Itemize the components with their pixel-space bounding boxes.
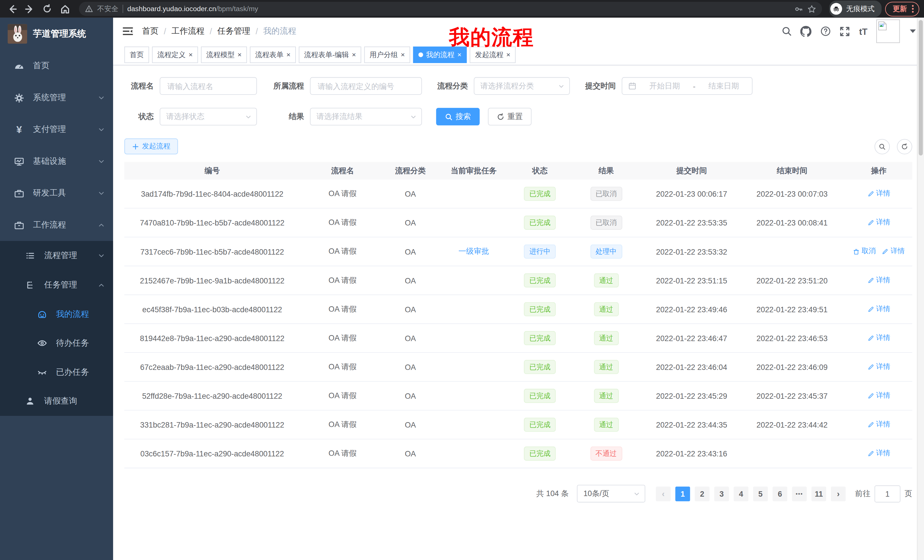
scrollbar[interactable] bbox=[917, 18, 924, 560]
breadcrumb-workflow[interactable]: 工作流程 bbox=[171, 26, 204, 36]
sidebar-item-my-process[interactable]: 我的流程 bbox=[0, 300, 113, 328]
reload-icon[interactable] bbox=[40, 2, 54, 16]
detail-link[interactable]: 详情 bbox=[867, 304, 890, 314]
caret-down-icon[interactable] bbox=[910, 29, 916, 33]
goto-page-input[interactable] bbox=[874, 485, 901, 502]
sidebar-item-task-mgmt[interactable]: 任务管理 bbox=[0, 270, 113, 300]
close-icon[interactable]: × bbox=[238, 51, 242, 58]
detail-link[interactable]: 详情 bbox=[867, 362, 890, 372]
date-range-picker[interactable]: 开始日期 - 结束日期 bbox=[622, 77, 752, 95]
tab-process-form[interactable]: 流程表单× bbox=[250, 46, 296, 63]
more-vertical-icon[interactable] bbox=[912, 4, 914, 13]
status-badge: 已完成 bbox=[524, 360, 556, 374]
breadcrumb-task-mgmt[interactable]: 任务管理 bbox=[217, 26, 250, 36]
close-icon[interactable]: × bbox=[401, 51, 405, 58]
key-icon[interactable] bbox=[794, 4, 803, 13]
browser-update-button[interactable]: 更新 bbox=[885, 1, 920, 16]
close-icon[interactable]: × bbox=[506, 51, 510, 58]
process-definition-input[interactable] bbox=[316, 81, 416, 91]
sidebar-item-done-tasks[interactable]: 已办任务 bbox=[0, 358, 113, 386]
cancel-link[interactable]: 取消 bbox=[853, 246, 876, 256]
result-badge: 不通过 bbox=[590, 446, 622, 461]
tab-process-model[interactable]: 流程模型× bbox=[201, 46, 247, 63]
process-name-input[interactable] bbox=[166, 81, 250, 91]
search-button[interactable]: 搜索 bbox=[436, 108, 480, 126]
avatar[interactable] bbox=[876, 19, 900, 43]
next-page-button[interactable]: › bbox=[831, 487, 846, 501]
tab-process-definition[interactable]: 流程定义× bbox=[152, 46, 198, 63]
detail-link[interactable]: 详情 bbox=[867, 217, 890, 228]
create-process-button[interactable]: 发起流程 bbox=[124, 138, 178, 154]
app-logo[interactable]: 芋道管理系统 bbox=[0, 18, 113, 50]
fullscreen-icon[interactable] bbox=[840, 26, 850, 36]
sidebar-item-infra[interactable]: 基础设施 bbox=[0, 145, 113, 177]
app-title: 芋道管理系统 bbox=[33, 28, 86, 39]
scrollbar-thumb[interactable] bbox=[919, 20, 922, 156]
page-button-3[interactable]: 3 bbox=[714, 487, 729, 501]
page-button-11[interactable]: 11 bbox=[812, 487, 826, 501]
tab-home[interactable]: 首页 bbox=[124, 46, 149, 63]
back-icon[interactable] bbox=[5, 2, 19, 16]
close-icon[interactable]: × bbox=[458, 51, 461, 58]
status-select[interactable]: 请选择状态 bbox=[160, 108, 257, 126]
sidebar-item-todo-tasks[interactable]: 待办任务 bbox=[0, 329, 113, 358]
tab-start-process[interactable]: 发起流程× bbox=[470, 46, 516, 63]
page-size-select[interactable]: 10条/页 bbox=[577, 485, 645, 503]
detail-link[interactable]: 详情 bbox=[867, 275, 890, 285]
close-icon[interactable]: × bbox=[352, 51, 356, 58]
sidebar-item-devtools[interactable]: 研发工具 bbox=[0, 177, 113, 209]
logo-image bbox=[8, 24, 27, 44]
reset-button[interactable]: 重置 bbox=[488, 108, 532, 126]
result-badge: 通过 bbox=[594, 418, 618, 432]
security-label: 不安全 bbox=[98, 4, 118, 14]
search-icon[interactable] bbox=[781, 26, 792, 36]
forward-icon[interactable] bbox=[22, 2, 36, 16]
detail-link[interactable]: 详情 bbox=[867, 391, 890, 401]
sidebar-item-leave-query[interactable]: 请假查询 bbox=[0, 386, 113, 416]
page-button-1[interactable]: 1 bbox=[675, 487, 690, 501]
status-badge: 进行中 bbox=[524, 244, 556, 259]
help-icon[interactable] bbox=[820, 26, 831, 36]
eye-icon bbox=[37, 338, 47, 348]
process-name-input-wrap bbox=[160, 77, 257, 95]
page-button-4[interactable]: 4 bbox=[734, 487, 748, 501]
sidebar-item-system[interactable]: 系统管理 bbox=[0, 82, 113, 114]
prev-page-button[interactable]: ‹ bbox=[656, 487, 671, 501]
close-icon[interactable]: × bbox=[286, 51, 290, 58]
page-button-5[interactable]: 5 bbox=[753, 487, 768, 501]
refresh-table-button[interactable] bbox=[897, 139, 912, 154]
sidebar-item-workflow[interactable]: 工作流程 bbox=[0, 209, 113, 241]
page-more-button[interactable]: ••• bbox=[792, 487, 807, 501]
sidebar-item-process-mgmt[interactable]: 流程管理 bbox=[0, 241, 113, 270]
detail-link[interactable]: 详情 bbox=[867, 419, 890, 430]
page-button-6[interactable]: 6 bbox=[772, 487, 788, 501]
detail-link[interactable]: 详情 bbox=[867, 448, 890, 458]
status-badge: 已完成 bbox=[524, 273, 556, 288]
close-icon[interactable]: × bbox=[189, 51, 192, 58]
hamburger-fold-icon[interactable] bbox=[122, 25, 134, 37]
toggle-search-button[interactable] bbox=[874, 139, 890, 154]
detail-link[interactable]: 详情 bbox=[867, 333, 890, 343]
table-row: 3ad174fb-7b9d-11ec-8404-acde48001122 OA … bbox=[124, 180, 912, 208]
sidebar-item-home[interactable]: 首页 bbox=[0, 50, 113, 82]
home-icon[interactable] bbox=[58, 2, 72, 16]
page-button-2[interactable]: 2 bbox=[695, 487, 710, 501]
result-select[interactable]: 请选择流结果 bbox=[310, 108, 422, 126]
current-task-link[interactable]: 一级审批 bbox=[459, 247, 489, 256]
filter-row-2: 状态 请选择状态 结果 请选择流结果 搜索 bbox=[124, 108, 912, 126]
chevron-up-icon bbox=[98, 222, 105, 229]
tab-process-form-edit[interactable]: 流程表单-编辑× bbox=[298, 46, 361, 63]
tab-my-process[interactable]: 我的流程× bbox=[413, 46, 467, 63]
font-size-icon[interactable]: tT bbox=[859, 26, 867, 36]
detail-link[interactable]: 详情 bbox=[882, 246, 904, 256]
url-bar[interactable]: 不安全 dashboard.yudao.iocoder.cn/bpm/task/… bbox=[79, 2, 822, 16]
result-badge: 已取消 bbox=[590, 216, 622, 230]
detail-link[interactable]: 详情 bbox=[867, 189, 890, 199]
star-icon[interactable] bbox=[807, 4, 816, 13]
github-icon[interactable] bbox=[801, 26, 811, 36]
tab-user-group[interactable]: 用户分组× bbox=[364, 46, 410, 63]
category-select[interactable]: 请选择流程分类 bbox=[474, 77, 570, 95]
sidebar-item-payment[interactable]: ¥ 支付管理 bbox=[0, 114, 113, 145]
breadcrumb-home[interactable]: 首页 bbox=[142, 26, 159, 36]
divider bbox=[123, 5, 123, 13]
